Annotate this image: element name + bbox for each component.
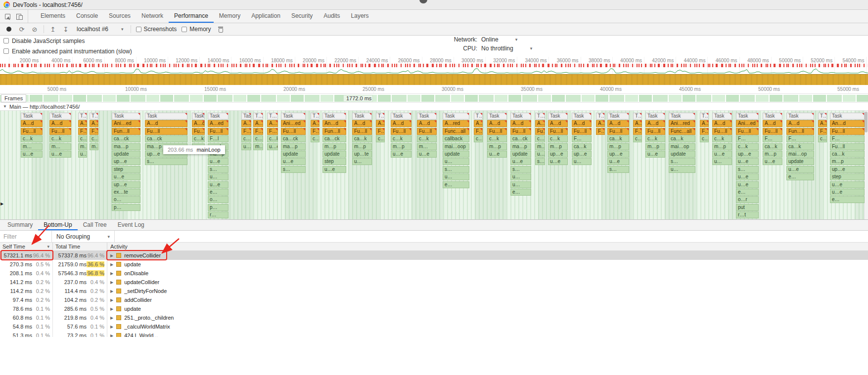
flame-bar[interactable]: A…d [572, 120, 592, 127]
flame-bar[interactable]: u… [208, 173, 228, 180]
flame-bar[interactable]: ca…k [786, 143, 814, 150]
flame-bar[interactable]: F… [311, 128, 320, 135]
flame-bar[interactable]: c… [818, 135, 827, 142]
flame-bar[interactable]: u…e [49, 151, 71, 158]
flame-bar[interactable]: F… [763, 135, 782, 142]
flame-bar[interactable]: F… [596, 128, 605, 135]
flame-bar[interactable]: Fu…ll [487, 128, 507, 135]
load-profile-button[interactable]: ↥ [49, 25, 57, 33]
flame-bar[interactable]: Fun…ll [786, 128, 814, 135]
flame-bar[interactable]: s… [443, 166, 469, 173]
flame-bar[interactable]: T… [596, 113, 605, 120]
flame-bar[interactable]: mai…op [669, 143, 695, 150]
flame-bar[interactable]: m… [21, 143, 43, 150]
flame-bar[interactable]: e… [208, 189, 228, 196]
flame-bar[interactable]: Fun…ll [322, 128, 346, 135]
flame-bar[interactable]: u…e [510, 158, 531, 165]
flame-bar[interactable]: ca…k [352, 135, 372, 142]
flame-bar[interactable]: A…d [352, 120, 372, 127]
flame-bar[interactable]: u…e [281, 158, 306, 165]
flame-bar[interactable]: u…e [322, 166, 346, 173]
flame-bar[interactable]: A…d [786, 120, 814, 127]
flame-bar[interactable]: F… [78, 128, 87, 135]
flame-bar[interactable]: Fu…ll [281, 128, 306, 135]
flame-bar[interactable]: c…k [417, 135, 437, 142]
flame-bar[interactable]: F…l [241, 128, 251, 135]
flame-bar[interactable]: F… [700, 128, 709, 135]
flame-bar[interactable]: An…d [830, 120, 865, 127]
expand-icon[interactable]: ▶ [110, 280, 113, 285]
flame-bar[interactable]: Task [607, 113, 629, 120]
flame-bar[interactable]: up…e [548, 151, 568, 158]
disable-js-samples-checkbox[interactable] [3, 38, 9, 43]
expand-icon[interactable]: ▶ [110, 271, 113, 276]
flame-bar[interactable]: m…p [322, 143, 346, 150]
flame-bar[interactable]: c… [535, 135, 545, 142]
flame-bar[interactable]: mai…oop [443, 143, 469, 150]
flame-bar[interactable]: c…k [712, 135, 732, 142]
flame-bar[interactable]: A… [78, 120, 87, 127]
flame-bar[interactable]: up…te [352, 151, 372, 158]
flame-bar[interactable]: u…e [112, 173, 140, 180]
flame-bar[interactable]: m… [253, 143, 263, 150]
flame-bar[interactable]: ma…p [281, 143, 306, 150]
flame-bar[interactable]: ca…k [830, 151, 865, 158]
flame-bar[interactable]: Func…all [669, 128, 695, 135]
flame-bar[interactable]: ca…k [607, 135, 629, 142]
table-row[interactable]: 141.2 ms0.2 %237.0 ms0.4 %▶updateCollide… [0, 278, 868, 287]
flame-bar[interactable]: Task [786, 113, 814, 120]
flame-bar[interactable]: Fu…ll [352, 128, 372, 135]
flame-bar[interactable]: Task [112, 113, 140, 120]
flame-bar[interactable]: ma…p [112, 143, 140, 150]
flame-bar[interactable]: T… [633, 113, 642, 120]
flame-bar[interactable]: u… [78, 151, 87, 158]
flame-bar[interactable]: u…e [208, 181, 228, 188]
flame-bar[interactable]: Task [391, 113, 411, 120]
flame-bar[interactable]: u…e [786, 166, 814, 173]
flame-bar[interactable]: u…e [548, 158, 568, 165]
flame-bar[interactable]: A… [376, 120, 385, 127]
flame-bar[interactable]: m… [78, 143, 87, 150]
flame-bar[interactable]: u…e [830, 189, 865, 196]
header-total-time[interactable]: Total Time [52, 243, 107, 250]
flame-bar[interactable]: T… [535, 113, 545, 120]
expand-icon[interactable]: ▶ [110, 325, 113, 329]
flame-bar[interactable]: u…e [391, 151, 411, 158]
tab-audits[interactable]: Audits [318, 10, 345, 23]
flame-bar[interactable]: s… [736, 166, 759, 173]
flame-bar[interactable]: ma…p [510, 143, 531, 150]
flame-bar[interactable]: A… [700, 120, 709, 127]
flame-bar[interactable]: Ani…ed [736, 120, 759, 127]
flame-bar[interactable]: m… [535, 143, 545, 150]
flame-bar[interactable]: up…e [112, 181, 140, 188]
flame-bar[interactable]: step [112, 166, 140, 173]
table-row[interactable]: 54.8 ms0.1 %57.6 ms0.1 %▶_calculWorldMat… [0, 322, 868, 331]
table-row[interactable]: 51.3 ms0.1 %73.2 ms0.1 %▶424 L.World... [0, 331, 868, 337]
flame-bar[interactable]: F… [572, 135, 592, 142]
flame-bar[interactable]: Task [208, 113, 228, 120]
flame-bar[interactable]: Task [443, 113, 469, 120]
flame-bar[interactable]: A…d [145, 120, 187, 127]
flame-bar[interactable]: Task [21, 113, 43, 120]
flame-bar[interactable]: Task [322, 113, 346, 120]
flame-bar[interactable]: Task [487, 113, 507, 120]
flame-bar[interactable]: c…k [645, 135, 665, 142]
flame-bar[interactable]: e… [830, 196, 865, 203]
flame-bar[interactable]: c… [474, 135, 483, 142]
flame-bar[interactable]: F…l [253, 128, 263, 135]
flame-bar[interactable]: u…e [21, 151, 43, 158]
flame-bar[interactable]: A… [535, 120, 545, 127]
record-button[interactable] [5, 25, 13, 33]
bottom-tab-call-tree[interactable]: Call Tree [78, 220, 112, 230]
flame-bar[interactable]: Fu…ll [645, 128, 665, 135]
flame-bar[interactable]: A…d [487, 120, 507, 127]
flame-bar[interactable]: u…e [487, 151, 507, 158]
flame-bar[interactable]: T… [78, 113, 87, 120]
flame-bar[interactable]: ca…k [572, 143, 592, 150]
bottom-tab-summary[interactable]: Summary [2, 220, 38, 230]
flame-bar[interactable]: m…p [391, 143, 411, 150]
flame-bar[interactable]: ca…k [763, 143, 782, 150]
flame-bar[interactable]: Task [352, 113, 372, 120]
flame-bar[interactable]: A… [241, 120, 251, 127]
flame-bar[interactable]: c… [90, 135, 98, 142]
